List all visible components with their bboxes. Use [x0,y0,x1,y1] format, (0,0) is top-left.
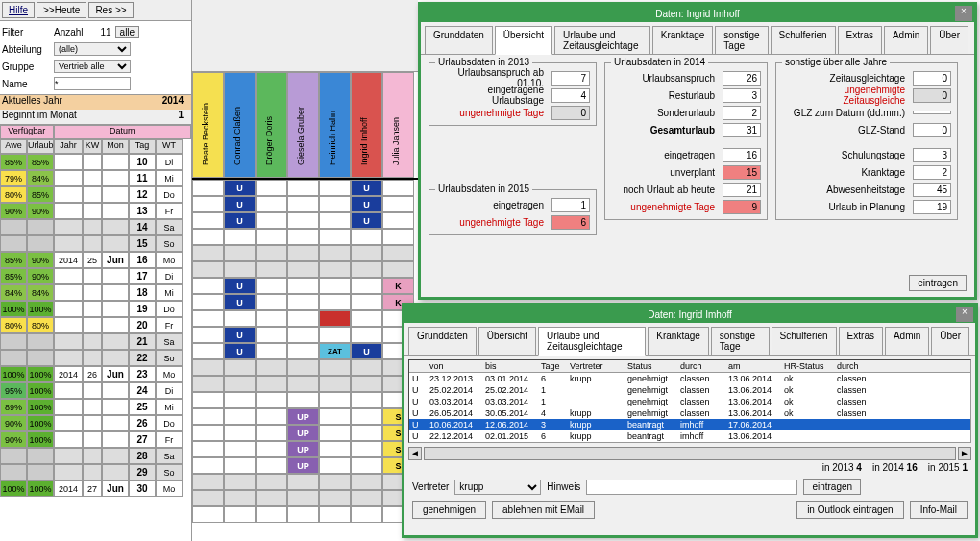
gantt-cell[interactable] [287,180,319,196]
gantt-cell[interactable] [224,229,256,245]
gantt-cell[interactable] [192,425,224,441]
res-button[interactable]: Res >> [88,2,133,18]
gantt-cell[interactable] [287,294,319,310]
tab[interactable]: sonstige Tage [715,26,768,54]
person-col[interactable]: Ingrid Imhoff [351,72,382,178]
close-icon[interactable]: × [956,307,973,322]
grid-row[interactable]: 90%100%26Do [0,415,191,431]
gantt-cell[interactable] [319,327,351,343]
scroll-track[interactable] [424,447,956,460]
col-head[interactable]: am [725,360,781,372]
gantt-cell[interactable] [351,310,382,327]
tab[interactable]: Admin [885,327,929,355]
gantt-cell[interactable] [256,212,287,229]
grid-row[interactable]: 95%100%24Di [0,382,191,399]
gantt-cell[interactable] [351,392,382,408]
col-head[interactable]: Tage [538,360,567,372]
grid-row[interactable]: 80%85%12Do [0,186,191,203]
name-input[interactable] [54,77,131,90]
gantt-cell[interactable]: UP [287,425,319,441]
gantt-cell[interactable] [192,245,224,261]
col-head[interactable]: Status [625,360,677,372]
grid-row[interactable]: 85%90%17Di [0,268,191,284]
h-scrollbar[interactable]: ◄ ► [404,447,975,460]
gantt-cell[interactable] [224,392,256,408]
gantt-cell[interactable] [192,310,224,327]
gantt-cell[interactable] [287,490,319,506]
col-head[interactable]: bis [482,360,538,372]
grid-row[interactable]: 84%84%18Mi [0,284,191,301]
gantt-cell[interactable] [351,261,382,278]
gantt-cell[interactable] [192,212,224,229]
gantt-cell[interactable] [351,245,382,261]
gantt-cell[interactable] [192,392,224,408]
tab[interactable]: Admin [884,26,928,54]
gantt-cell[interactable] [287,229,319,245]
gantt-cell[interactable] [192,490,224,506]
gantt-cell[interactable] [382,212,414,229]
gantt-cell[interactable] [256,180,287,196]
gantt-cell[interactable] [192,441,224,457]
col-head[interactable]: HR-Status [781,360,834,372]
grid-row[interactable]: 14Sa [0,219,191,235]
gantt-cell[interactable]: UP [287,408,319,425]
gantt-cell[interactable] [351,376,382,392]
grid-row[interactable]: 100%100%19Do [0,301,191,317]
gantt-cell[interactable] [192,506,224,523]
gantt-cell[interactable]: U [224,196,256,212]
gantt-cell[interactable] [224,425,256,441]
gantt-cell[interactable] [224,490,256,506]
gantt-cell[interactable] [351,441,382,457]
ablehnen-button[interactable]: ablehnen mit EMail [492,501,595,519]
grid-row[interactable]: 22So [0,350,191,366]
tab[interactable]: Übersicht [495,26,552,55]
tab[interactable]: Extras [838,26,882,54]
gantt-cell[interactable] [287,278,319,294]
gantt-cell[interactable] [224,359,256,376]
grid-row[interactable]: 79%84%11Mi [0,170,191,186]
gantt-cell[interactable] [351,359,382,376]
gantt-cell[interactable]: UP [287,441,319,457]
grid-row[interactable]: 89%100%25Mi [0,399,191,415]
tab[interactable]: Übersicht [478,327,536,355]
outlook-button[interactable]: in Outlook eintragen [796,501,904,519]
col-head[interactable]: Vertreter [567,360,625,372]
gantt-cell[interactable] [192,408,224,425]
table-row[interactable]: U23.12.201303.01.20146kruppgenehmigtclas… [409,373,970,384]
gantt-cell[interactable] [287,343,319,359]
gantt-cell[interactable] [224,408,256,425]
gantt-cell[interactable] [256,359,287,376]
gantt-cell[interactable]: U [351,180,382,196]
heute-button[interactable]: >>Heute [37,2,86,18]
gantt-cell[interactable] [351,408,382,425]
gantt-cell[interactable] [256,425,287,441]
gantt-cell[interactable] [287,474,319,490]
gantt-cell[interactable] [319,506,351,523]
gantt-cell[interactable] [224,245,256,261]
gantt-cell[interactable] [256,441,287,457]
gantt-cell[interactable] [256,376,287,392]
gantt-cell[interactable] [382,261,414,278]
gantt-cell[interactable] [287,359,319,376]
gantt-cell[interactable] [287,392,319,408]
gantt-cell[interactable]: U [351,196,382,212]
gantt-cell[interactable] [287,245,319,261]
gantt-cell[interactable] [192,196,224,212]
gantt-cell[interactable] [287,196,319,212]
gantt-cell[interactable] [192,376,224,392]
gantt-cell[interactable] [382,180,414,196]
tab[interactable]: Kranktage [648,327,709,355]
gantt-cell[interactable] [351,294,382,310]
gantt-cell[interactable] [319,245,351,261]
table-row[interactable]: U26.05.201430.05.20144kruppgenehmigtclas… [409,407,970,419]
infomail-button[interactable]: Info-Mail [910,501,968,519]
gantt-cell[interactable] [256,278,287,294]
grid-row[interactable]: 90%100%27Fr [0,431,191,448]
col-head[interactable]: durch [677,360,725,372]
gantt-cell[interactable] [224,441,256,457]
col-head[interactable]: durch [834,360,882,372]
table-row[interactable]: U10.06.201412.06.20143kruppbeantragtimho… [409,419,970,430]
gantt-cell[interactable] [256,457,287,474]
gantt-cell[interactable] [256,506,287,523]
gantt-cell[interactable] [351,490,382,506]
